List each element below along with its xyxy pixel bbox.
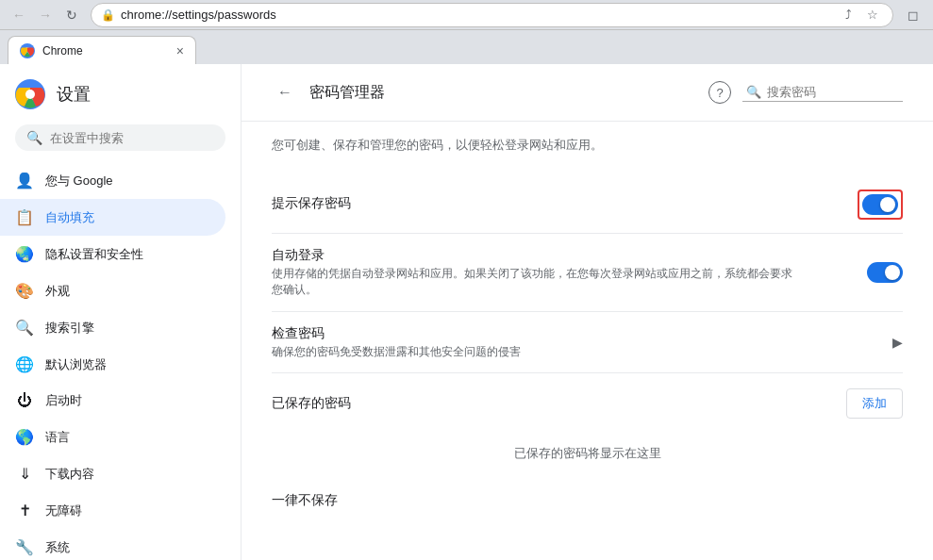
- never-save-section: 一律不保存: [272, 492, 903, 509]
- settings-search-bar[interactable]: 🔍: [15, 124, 225, 151]
- sidebar-item-language[interactable]: 🌎 语言: [0, 419, 225, 455]
- check-passwords-label: 检查密码: [272, 325, 892, 342]
- back-to-settings-button[interactable]: ←: [272, 79, 298, 106]
- sidebar-label-language: 语言: [45, 429, 70, 446]
- auto-signin-description: 使用存储的凭据自动登录网站和应用。如果关闭了该功能，在您每次登录网站或应用之前，…: [272, 266, 800, 298]
- offer-to-save-toggle[interactable]: [862, 194, 898, 215]
- address-text: chrome://settings/passwords: [121, 8, 832, 22]
- password-search-bar[interactable]: 🔍: [742, 83, 903, 102]
- sidebar-label-accessibility: 无障碍: [45, 502, 82, 519]
- browser-icon: 🌐: [15, 355, 34, 373]
- browser-titlebar: ← → ↻ 🔒 chrome://settings/passwords ⤴ ☆ …: [0, 0, 933, 30]
- reload-button[interactable]: ↻: [60, 4, 83, 26]
- passwords-description: 您可创建、保存和管理您的密码，以便轻松登录网站和应用。: [272, 137, 903, 154]
- window-maximize-button[interactable]: ◻: [901, 3, 925, 27]
- search-engine-icon: 🔍: [15, 319, 34, 337]
- check-passwords-text: 检查密码 确保您的密码免受数据泄露和其他安全问题的侵害: [272, 325, 892, 360]
- sidebar-item-appearance[interactable]: 🎨 外观: [0, 272, 225, 309]
- sidebar-label-privacy: 隐私设置和安全性: [45, 246, 143, 263]
- tab-favicon: [20, 43, 35, 58]
- svg-point-4: [25, 90, 35, 99]
- sidebar-item-autofill[interactable]: 📋 自动填充: [0, 199, 225, 236]
- settings-page-title: 设置: [57, 83, 91, 106]
- toggle-thumb: [880, 197, 895, 212]
- sidebar-item-accessibility[interactable]: ✝ 无障碍: [0, 492, 225, 529]
- sidebar-label-appearance: 外观: [45, 283, 70, 300]
- sidebar-search-container: 🔍: [0, 124, 241, 162]
- sidebar-label-google: 您与 Google: [45, 173, 113, 189]
- never-save-title: 一律不保存: [272, 492, 338, 507]
- auto-signin-row: 自动登录 使用存储的凭据自动登录网站和应用。如果关闭了该功能，在您每次登录网站或…: [272, 234, 903, 312]
- auto-signin-toggle-thumb: [885, 265, 900, 280]
- settings-search-input[interactable]: [50, 131, 214, 145]
- offer-to-save-label: 提示保存密码: [272, 195, 858, 212]
- password-search-input[interactable]: [767, 85, 899, 99]
- search-icon: 🔍: [26, 130, 42, 145]
- address-bar[interactable]: 🔒 chrome://settings/passwords ⤴ ☆: [91, 3, 893, 27]
- chrome-logo-icon: [15, 79, 45, 109]
- sidebar-item-privacy[interactable]: 🌏 隐私设置和安全性: [0, 236, 225, 272]
- autofill-icon: 📋: [15, 208, 34, 226]
- forward-nav-button[interactable]: →: [34, 4, 57, 26]
- password-search-icon: 🔍: [746, 85, 761, 99]
- toggle-track: [862, 194, 898, 215]
- sidebar-label-search: 搜索引擎: [45, 320, 94, 337]
- saved-passwords-title: 已保存的密码: [272, 395, 846, 412]
- auto-signin-label: 自动登录: [272, 247, 852, 264]
- sidebar-label-startup: 启动时: [45, 392, 82, 409]
- content-body: 您可创建、保存和管理您的密码，以便轻松登录网站和应用。 提示保存密码: [242, 122, 933, 524]
- lock-icon: 🔒: [101, 8, 115, 22]
- appearance-icon: 🎨: [15, 282, 34, 300]
- passwords-page-title: 密码管理器: [309, 83, 385, 103]
- empty-passwords-text: 已保存的密码将显示在这里: [272, 445, 903, 462]
- help-button[interactable]: ?: [708, 81, 731, 104]
- share-icon[interactable]: ⤴: [838, 5, 858, 25]
- main-content: ← 密码管理器 ? 🔍 您可创建、保存和管理您的密码，以便轻松登录网站和应用。 …: [242, 64, 933, 560]
- offer-to-save-toggle-highlight: [858, 189, 903, 220]
- language-icon: 🌎: [15, 428, 34, 446]
- downloads-icon: ⇓: [15, 465, 34, 483]
- sidebar-label-system: 系统: [45, 539, 70, 556]
- tab-title: Chrome: [42, 44, 83, 58]
- nav-buttons: ← → ↻: [8, 4, 83, 26]
- accessibility-icon: ✝: [15, 502, 34, 519]
- header-right: ? 🔍: [708, 81, 903, 104]
- offer-to-save-text: 提示保存密码: [272, 195, 858, 214]
- add-password-button[interactable]: 添加: [846, 388, 903, 419]
- sidebar-item-downloads[interactable]: ⇓ 下载内容: [0, 455, 225, 492]
- settings-container: 设置 🔍 👤 您与 Google 📋 自动填充 🌏 隐私设置和安全性 🎨 外观 …: [0, 64, 933, 560]
- bookmark-icon[interactable]: ☆: [862, 5, 883, 25]
- sidebar: 设置 🔍 👤 您与 Google 📋 自动填充 🌏 隐私设置和安全性 🎨 外观 …: [0, 64, 242, 560]
- privacy-icon: 🌏: [15, 245, 34, 263]
- offer-to-save-row: 提示保存密码: [272, 176, 903, 234]
- back-nav-button[interactable]: ←: [8, 4, 30, 26]
- content-header: ← 密码管理器 ? 🔍: [242, 64, 933, 122]
- sidebar-label-downloads: 下载内容: [45, 466, 94, 483]
- system-icon: 🔧: [15, 538, 34, 556]
- check-passwords-chevron-icon: ▶: [892, 335, 903, 350]
- toolbar-right: ◻: [901, 3, 925, 27]
- sidebar-item-default-browser[interactable]: 🌐 默认浏览器: [0, 346, 225, 383]
- check-passwords-row[interactable]: 检查密码 确保您的密码免受数据泄露和其他安全问题的侵害 ▶: [272, 312, 903, 374]
- saved-passwords-header: 已保存的密码 添加: [272, 388, 903, 419]
- saved-passwords-section: 已保存的密码 添加 已保存的密码将显示在这里: [272, 388, 903, 477]
- tab-close-icon[interactable]: ×: [176, 43, 184, 58]
- sidebar-item-system[interactable]: 🔧 系统: [0, 529, 225, 560]
- settings-logo: 设置: [0, 72, 241, 124]
- sidebar-item-google[interactable]: 👤 您与 Google: [0, 162, 225, 199]
- sidebar-item-search[interactable]: 🔍 搜索引擎: [0, 309, 225, 346]
- sidebar-label-autofill: 自动填充: [45, 209, 94, 226]
- auto-signin-toggle[interactable]: [867, 262, 903, 283]
- browser-tabs: Chrome ×: [0, 30, 933, 64]
- sidebar-item-startup[interactable]: ⏻ 启动时: [0, 383, 225, 419]
- active-tab[interactable]: Chrome ×: [8, 36, 196, 64]
- sidebar-label-browser: 默认浏览器: [45, 356, 107, 373]
- address-actions: ⤴ ☆: [838, 5, 883, 25]
- person-icon: 👤: [15, 172, 34, 189]
- auto-signin-toggle-track: [867, 262, 903, 283]
- check-passwords-description: 确保您的密码免受数据泄露和其他安全问题的侵害: [272, 344, 800, 360]
- auto-signin-text: 自动登录 使用存储的凭据自动登录网站和应用。如果关闭了该功能，在您每次登录网站或…: [272, 247, 852, 298]
- startup-icon: ⏻: [15, 392, 34, 409]
- empty-passwords-message: 已保存的密码将显示在这里: [272, 430, 903, 477]
